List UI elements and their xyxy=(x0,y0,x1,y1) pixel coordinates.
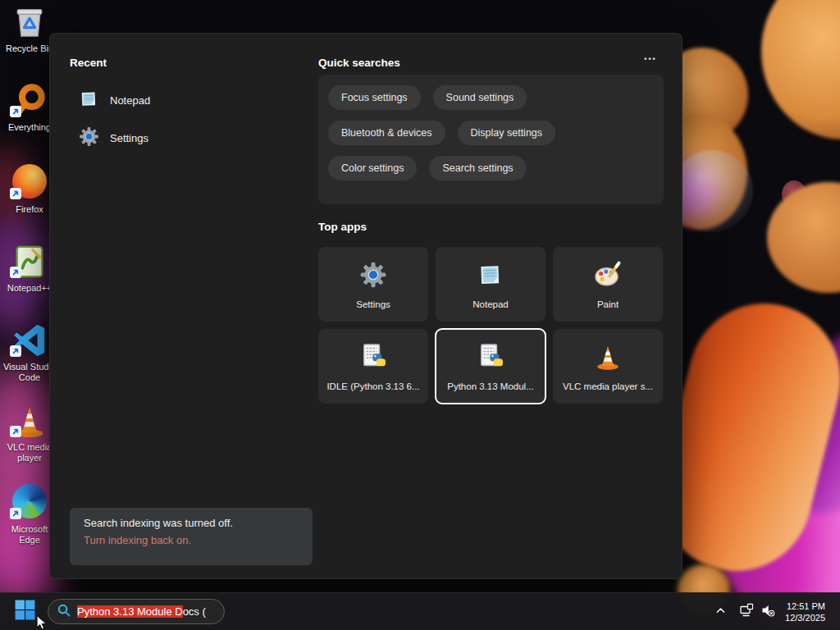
top-apps-grid: Settings Notepad xyxy=(318,247,664,404)
taskbar: Python 3.13 Module Docs ( xyxy=(0,592,840,630)
top-app-tile-paint[interactable]: Paint xyxy=(553,247,663,322)
recent-item-settings[interactable]: Settings xyxy=(75,122,288,153)
top-app-tile-python-module-docs[interactable]: Python 3.13 Modul... xyxy=(436,329,546,404)
wallpaper-blob xyxy=(671,150,753,232)
quick-search-pill[interactable]: Bluetooth & devices xyxy=(328,121,445,145)
shortcut-arrow-icon xyxy=(10,106,21,121)
shortcut-arrow-icon xyxy=(10,426,21,441)
shortcut-arrow-icon xyxy=(10,267,21,281)
wallpaper-blob xyxy=(767,182,840,293)
top-app-label: Settings xyxy=(356,299,390,309)
windows-logo-icon xyxy=(15,600,35,623)
top-app-label: Python 3.13 Modul... xyxy=(447,381,533,391)
top-app-label: IDLE (Python 3.13 6... xyxy=(326,381,419,391)
paint-icon xyxy=(593,260,623,293)
quick-search-pill[interactable]: Display settings xyxy=(458,121,556,145)
turn-indexing-on-link[interactable]: Turn indexing back on. xyxy=(84,534,299,546)
taskbar-search-box[interactable]: Python 3.13 Module Docs ( xyxy=(48,599,225,624)
quick-search-pill[interactable]: Focus settings xyxy=(328,85,421,110)
quick-search-pill[interactable]: Search settings xyxy=(429,156,526,180)
recent-item-label: Notepad xyxy=(110,94,150,107)
top-apps-title: Top apps xyxy=(318,221,367,233)
shortcut-arrow-icon xyxy=(10,508,21,523)
search-text-selected: Python 3.13 Module D xyxy=(77,605,183,618)
python-doc-icon xyxy=(358,342,388,375)
notepad-icon xyxy=(476,260,505,293)
network-tray-button[interactable] xyxy=(736,600,757,624)
wallpaper-blob xyxy=(761,0,840,139)
shortcut-arrow-icon xyxy=(10,345,21,360)
top-app-label: Paint xyxy=(597,299,619,309)
search-text-rest: ocs ( xyxy=(183,605,206,618)
top-app-tile-notepad[interactable]: Notepad xyxy=(436,247,546,322)
volume-muted-icon xyxy=(760,603,775,621)
clock-date: 12/3/2025 xyxy=(785,612,825,623)
quick-search-pill[interactable]: Sound settings xyxy=(433,85,527,110)
top-app-tile-vlc[interactable]: VLC media player s... xyxy=(553,329,663,404)
quick-searches-title: Quick searches xyxy=(318,57,400,69)
quick-search-pill[interactable]: Color settings xyxy=(328,156,417,180)
system-tray: 12:51 PM 12/3/2025 xyxy=(710,593,840,630)
notepad-icon xyxy=(78,88,100,113)
volume-tray-button[interactable] xyxy=(757,600,778,624)
start-button[interactable] xyxy=(8,596,41,628)
python-doc-icon xyxy=(476,342,505,375)
recent-section-title: Recent xyxy=(70,57,107,69)
settings-gear-icon xyxy=(78,126,100,151)
top-app-tile-idle-python[interactable]: IDLE (Python 3.13 6... xyxy=(318,329,428,404)
firefox-icon xyxy=(11,164,48,202)
vlc-icon xyxy=(11,402,48,440)
vscode-icon xyxy=(11,322,48,359)
ethernet-network-icon xyxy=(739,603,754,621)
more-options-button[interactable]: ••• xyxy=(639,55,662,70)
chevron-up-icon xyxy=(714,605,727,620)
settings-gear-icon xyxy=(358,260,388,293)
recent-item-notepad[interactable]: Notepad xyxy=(75,84,288,116)
search-flyout-panel: Recent Notepad xyxy=(49,33,682,579)
screen: Recycle Bin Everything Firefox xyxy=(0,0,840,630)
notepad-plus-plus-icon xyxy=(11,243,48,281)
quick-searches-card: Focus settings Sound settings Bluetooth … xyxy=(318,75,664,204)
taskbar-clock[interactable]: 12:51 PM 12/3/2025 xyxy=(785,600,825,623)
top-app-label: Notepad xyxy=(472,299,508,309)
clock-time: 12:51 PM xyxy=(785,600,825,612)
tray-overflow-chevron[interactable] xyxy=(710,600,731,624)
top-app-tile-settings[interactable]: Settings xyxy=(318,247,428,322)
recycle-bin-icon xyxy=(11,3,48,41)
everything-icon xyxy=(11,82,48,120)
recent-item-label: Settings xyxy=(110,132,148,144)
search-icon xyxy=(57,603,71,621)
shortcut-arrow-icon xyxy=(10,188,21,203)
search-input-text[interactable]: Python 3.13 Module Docs ( xyxy=(77,605,206,618)
edge-icon xyxy=(11,484,48,522)
vlc-icon xyxy=(593,342,623,375)
indexing-notice-message: Search indexing was turned off. xyxy=(84,517,299,529)
indexing-notice: Search indexing was turned off. Turn ind… xyxy=(70,508,313,565)
top-app-label: VLC media player s... xyxy=(563,381,653,391)
